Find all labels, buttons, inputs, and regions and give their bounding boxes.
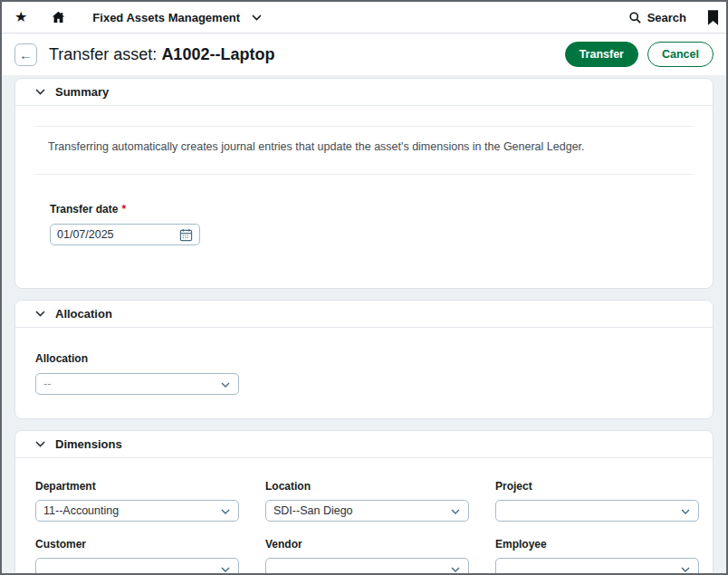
search-label: Search	[647, 11, 686, 24]
department-select[interactable]: 11--Accounting	[35, 500, 239, 522]
top-navigation-bar: ★ Fixed Assets Management Search	[2, 2, 726, 34]
transfer-date-label: Transfer date	[50, 203, 118, 216]
calendar-icon[interactable]	[179, 228, 193, 242]
asset-name: A1002--Laptop	[161, 45, 274, 63]
chevron-down-icon	[221, 382, 230, 388]
allocation-label: Allocation	[35, 352, 88, 365]
chevron-down-icon	[681, 567, 690, 572]
vendor-label: Vendor	[265, 538, 302, 551]
dimensions-section-header[interactable]: Dimensions	[15, 431, 713, 458]
transfer-info-text: Transferring automatically creates journ…	[48, 140, 680, 153]
employee-label: Employee	[495, 538, 547, 551]
chevron-down-icon	[681, 509, 690, 514]
page-header: ← Transfer asset: A1002--Laptop Transfer…	[2, 34, 726, 75]
allocation-collapse-chevron-down-icon	[35, 311, 45, 317]
customer-field: Customer	[35, 535, 239, 575]
app-menu-title[interactable]: Fixed Assets Management	[92, 11, 240, 24]
chevron-down-icon	[221, 509, 230, 514]
dimensions-section-title: Dimensions	[55, 437, 122, 451]
vendor-select[interactable]	[265, 558, 469, 575]
search-icon	[628, 11, 642, 24]
vendor-field: Vendor	[265, 535, 469, 575]
home-icon[interactable]	[51, 10, 66, 24]
allocation-select[interactable]: --	[35, 373, 239, 395]
page-title: Transfer asset: A1002--Laptop	[49, 45, 274, 64]
allocation-section-header[interactable]: Allocation	[15, 301, 713, 328]
app-menu-chevron-down-icon[interactable]	[252, 14, 262, 21]
divider	[34, 126, 694, 127]
chevron-down-icon	[451, 509, 460, 514]
employee-field: Employee	[495, 535, 699, 575]
summary-section-title: Summary	[55, 85, 109, 99]
project-label: Project	[495, 480, 532, 493]
summary-section-header[interactable]: Summary	[15, 79, 713, 106]
allocation-section: Allocation Allocation --	[14, 300, 714, 419]
location-field: Location SDI--San Diego	[265, 477, 469, 522]
star-icon[interactable]: ★	[14, 10, 27, 24]
dimensions-collapse-chevron-down-icon	[35, 441, 45, 447]
main-content: Summary Transferring automatically creat…	[2, 75, 726, 575]
transfer-button[interactable]: Transfer	[565, 42, 638, 67]
project-field: Project	[495, 477, 699, 522]
summary-section: Summary Transferring automatically creat…	[14, 78, 714, 289]
divider	[34, 174, 694, 175]
bookmark-icon[interactable]	[707, 10, 719, 25]
location-select[interactable]: SDI--San Diego	[265, 500, 469, 522]
summary-collapse-chevron-down-icon	[35, 89, 45, 95]
transfer-date-input[interactable]	[57, 228, 166, 241]
employee-select[interactable]	[495, 558, 699, 575]
chevron-down-icon	[451, 567, 460, 572]
back-button[interactable]: ←	[14, 43, 37, 66]
search-button[interactable]: Search	[628, 11, 686, 24]
required-asterisk: *	[121, 203, 126, 216]
department-label: Department	[35, 480, 96, 493]
cancel-button[interactable]: Cancel	[647, 42, 714, 67]
back-arrow-icon: ←	[19, 48, 33, 62]
customer-select[interactable]	[35, 558, 239, 575]
department-field: Department 11--Accounting	[35, 477, 239, 522]
dimensions-grid: Department 11--Accounting Location SDI--…	[35, 477, 693, 575]
dimensions-section: Dimensions Department 11--Accounting Loc…	[14, 430, 714, 575]
project-select[interactable]	[495, 500, 699, 522]
location-label: Location	[265, 480, 311, 493]
customer-label: Customer	[35, 538, 86, 551]
allocation-section-title: Allocation	[55, 307, 112, 321]
chevron-down-icon	[221, 567, 230, 572]
transfer-date-field: Transfer date*	[50, 200, 713, 245]
